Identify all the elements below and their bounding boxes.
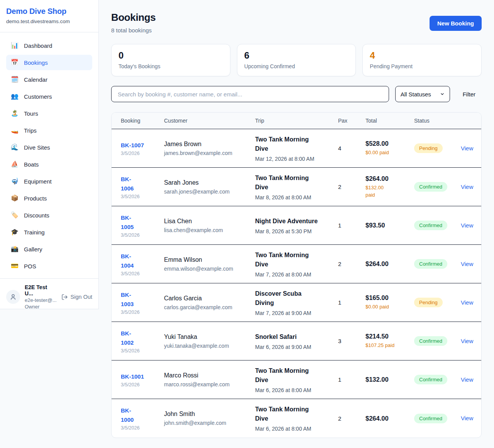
trip-date: Mar 6, 2026 at 8:00 AM [255, 426, 334, 432]
new-booking-button[interactable]: New Booking [430, 16, 482, 31]
sidebar-item-dive-sites[interactable]: 🌊 Dive Sites [6, 140, 92, 155]
sidebar-item-bookings[interactable]: 📅 Bookings [6, 55, 92, 70]
booking-id-link[interactable]: BK- 1006 [121, 175, 160, 193]
table-row: BK- 1003 3/5/2026 Carlos Garcia carlos.g… [112, 283, 481, 322]
column-header-total: Total [365, 118, 414, 124]
user-info: E2E Test U... e2e-tester@... Owner [25, 284, 57, 310]
view-link[interactable]: View [461, 145, 473, 152]
sidebar-item-pos[interactable]: 💳 POS [6, 258, 92, 274]
booking-cell: BK- 1006 3/5/2026 [121, 175, 164, 199]
booking-id-link[interactable]: BK- 1005 [121, 213, 160, 232]
sidebar-item-calendar[interactable]: 🗓️ Calendar [6, 72, 92, 87]
search-input[interactable] [111, 86, 389, 102]
sidebar-item-label: Equipment [24, 178, 52, 185]
total-amount: $528.00 [365, 140, 410, 147]
table-body: BK-1007 3/5/2026 James Brown james.brown… [112, 129, 481, 438]
status-cell: Pending [414, 143, 461, 153]
sidebar-item-boats[interactable]: ⛵ Boats [6, 157, 92, 172]
speedboat-icon: 🚤 [11, 127, 19, 133]
status-badge: Pending [414, 143, 443, 153]
booking-id-link[interactable]: BK- 1000 [121, 406, 160, 424]
trip-date: Mar 6, 2026 at 8:00 AM [255, 387, 334, 393]
total-cell: $264.00 [365, 260, 414, 268]
sidebar-item-trips[interactable]: 🚤 Trips [6, 123, 92, 138]
view-link[interactable]: View [461, 222, 473, 229]
booking-id-link[interactable]: BK-1001 [121, 372, 160, 381]
sidebar-item-training[interactable]: 🎓 Training [6, 224, 92, 240]
total-cell: $214.50 $107.25 paid [365, 333, 414, 349]
page-title: Bookings [111, 12, 156, 24]
sign-out-label: Sign Out [71, 294, 92, 300]
total-amount: $264.00 [365, 260, 410, 268]
sidebar-item-dashboard[interactable]: 📊 Dashboard [6, 38, 92, 53]
sidebar: Demo Dive Shop demo.test.divestreams.com… [0, 0, 99, 309]
user-name: E2E Test U... [25, 284, 57, 296]
customer-cell: James Brown james.brown@example.com [164, 141, 255, 156]
sidebar-nav: 📊 Dashboard 📅 Bookings 🗓️ Calendar 👥 Cus… [0, 32, 98, 278]
package-icon: 📦 [11, 195, 19, 201]
sidebar-item-label: Dive Sites [24, 144, 50, 151]
filter-button[interactable]: Filter [463, 91, 475, 98]
status-badge: Confirmed [414, 182, 447, 192]
booking-id-link[interactable]: BK- 1002 [121, 329, 160, 347]
sidebar-user-section: E2E Test U... e2e-tester@... Owner Sign … [0, 278, 98, 315]
status-cell: Confirmed [414, 182, 461, 192]
sailboat-icon: ⛵ [11, 161, 19, 167]
booking-id-link[interactable]: BK-1007 [121, 141, 160, 150]
status-badge: Confirmed [414, 375, 447, 384]
sidebar-item-equipment[interactable]: 🤿 Equipment [6, 173, 92, 189]
view-link[interactable]: View [461, 261, 473, 267]
credit-card-icon: 💳 [11, 263, 19, 269]
stat-card-pending-payment: 4 Pending Payment [362, 44, 482, 76]
sidebar-item-customers[interactable]: 👥 Customers [6, 89, 92, 104]
pax-cell: 2 [338, 415, 365, 422]
booking-date: 3/5/2026 [121, 271, 160, 276]
actions-cell: View [461, 261, 477, 268]
customer-email: james.brown@example.com [164, 150, 251, 156]
sign-out-button[interactable]: Sign Out [61, 294, 92, 300]
sidebar-item-discounts[interactable]: 🏷️ Discounts [6, 207, 92, 223]
customer-name: James Brown [164, 141, 251, 148]
booking-id-link[interactable]: BK- 1004 [121, 252, 160, 270]
trip-name: Two Tank Morning Dive [255, 173, 334, 192]
column-header-pax: Pax [338, 118, 365, 124]
main-content: Bookings 8 total bookings New Booking 0 … [99, 0, 494, 448]
sidebar-item-tours[interactable]: 🏝️ Tours [6, 106, 92, 121]
sidebar-item-label: Gallery [24, 246, 42, 253]
view-link[interactable]: View [461, 299, 473, 306]
amount-paid: $107.25 paid [365, 342, 410, 349]
trip-date: Mar 7, 2026 at 9:00 AM [255, 310, 334, 316]
status-filter-select[interactable]: All Statuses [395, 86, 450, 102]
customer-email: lisa.chen@example.com [164, 227, 251, 233]
actions-cell: View [461, 338, 477, 345]
pax-cell: 2 [338, 184, 365, 190]
actions-cell: View [461, 184, 477, 190]
trip-cell: Two Tank Morning Dive Mar 6, 2026 at 8:0… [255, 366, 338, 393]
booking-date: 3/5/2026 [121, 382, 160, 387]
trip-cell: Snorkel Safari Mar 6, 2026 at 9:00 AM [255, 332, 338, 350]
sidebar-item-products[interactable]: 📦 Products [6, 190, 92, 206]
status-badge: Confirmed [414, 414, 447, 423]
sidebar-item-label: POS [24, 263, 36, 269]
status-cell: Confirmed [414, 375, 461, 384]
table-row: BK- 1002 3/5/2026 Yuki Tanaka yuki.tanak… [112, 322, 481, 360]
customer-cell: Carlos Garcia carlos.garcia@example.com [164, 295, 255, 310]
trip-date: Mar 8, 2026 at 8:00 AM [255, 194, 334, 200]
booking-id-link[interactable]: BK- 1003 [121, 290, 160, 309]
trip-name: Two Tank Morning Dive [255, 135, 334, 153]
spiral-calendar-icon: 🗓️ [11, 76, 19, 83]
trip-cell: Two Tank Morning Dive Mar 8, 2026 at 8:0… [255, 173, 338, 200]
view-link[interactable]: View [461, 415, 473, 421]
label-tag-icon: 🏷️ [11, 212, 19, 218]
person-icon [10, 293, 17, 300]
sidebar-item-gallery[interactable]: 📸 Gallery [6, 241, 92, 257]
view-link[interactable]: View [461, 376, 473, 383]
booking-date: 3/5/2026 [121, 151, 160, 156]
total-cell: $264.00 [365, 415, 414, 422]
view-link[interactable]: View [461, 184, 473, 190]
actions-cell: View [461, 299, 477, 306]
user-role: Owner [25, 304, 57, 310]
view-link[interactable]: View [461, 338, 473, 344]
booking-cell: BK- 1005 3/5/2026 [121, 213, 164, 238]
stat-label: Upcoming Confirmed [244, 63, 349, 69]
